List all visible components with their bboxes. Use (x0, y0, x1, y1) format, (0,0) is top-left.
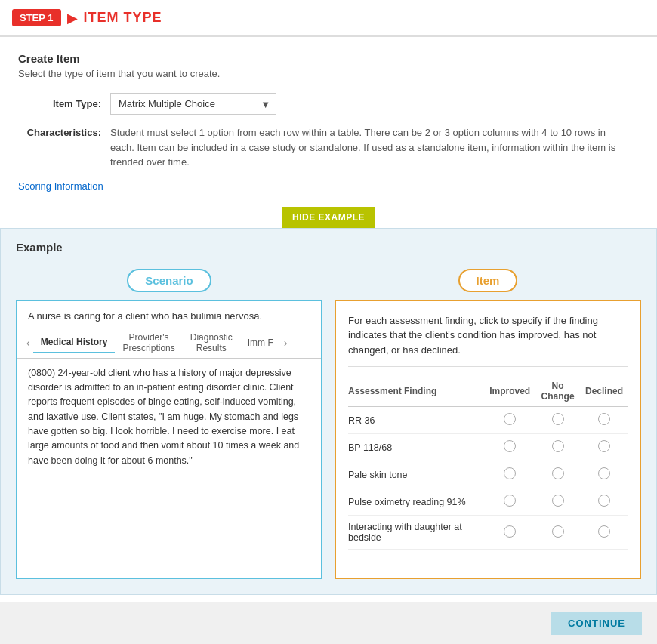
item-type-select-wrapper[interactable]: Matrix Multiple Choice ▼ (110, 93, 276, 115)
characteristics-label: Characteristics: (18, 125, 101, 170)
tab-providers-prescriptions[interactable]: Provider's Prescriptions (115, 328, 182, 358)
scenario-column: Scenario A nurse is caring for a client … (16, 269, 322, 579)
tab-immf-label: Imm F (248, 337, 273, 348)
tab-right-arrow-icon[interactable]: › (281, 332, 291, 353)
radio-improved-3[interactable] (489, 488, 535, 516)
col-header-finding: Assessment Finding (348, 376, 489, 407)
tab-diagnostic-label: Diagnostic (190, 332, 233, 343)
radio-declined-0[interactable] (585, 407, 628, 434)
table-row: Interacting with daughter at bedside (348, 516, 628, 550)
radio-improved-0[interactable] (489, 407, 535, 434)
tab-medical-history[interactable]: Medical History (33, 332, 116, 353)
radio-improved-4[interactable] (489, 516, 535, 550)
example-section: Example Scenario A nurse is caring for a… (0, 228, 657, 595)
item-type-select[interactable]: Matrix Multiple Choice (110, 93, 276, 115)
bottom-bar: CONTINUE (0, 602, 657, 644)
page-header: STEP 1 ▶ ITEM TYPE (0, 0, 657, 36)
radio-improved-2[interactable] (489, 461, 535, 488)
hide-example-button[interactable]: HIDE EXAMPLE (282, 207, 375, 228)
col-header-no-change: No Change (535, 376, 585, 407)
table-row: Pulse oximetry reading 91% (348, 488, 628, 516)
item-description: For each assessment finding, click to sp… (348, 313, 628, 368)
step-badge: STEP 1 (12, 9, 61, 26)
scenario-bubble-label: Scenario (16, 269, 322, 292)
assessment-finding-1: BP 118/68 (348, 434, 489, 461)
continue-button[interactable]: CONTINUE (551, 612, 642, 635)
item-type-row: Item Type: Matrix Multiple Choice ▼ (18, 93, 639, 115)
assessment-finding-2: Pale skin tone (348, 461, 489, 488)
scenario-tabs: ‹ Medical History Provider's Prescriptio… (17, 328, 321, 359)
step-arrow-icon: ▶ (67, 10, 78, 26)
radio-no-change-4[interactable] (535, 516, 585, 550)
tab-diagnostic-results[interactable]: Diagnostic Results (183, 328, 240, 358)
scoring-information-link[interactable]: Scoring Information (18, 180, 639, 192)
item-column: Item For each assessment finding, click … (335, 269, 641, 579)
radio-no-change-2[interactable] (535, 461, 585, 488)
item-type-label: Item Type: (18, 98, 101, 109)
tab-left-arrow-icon[interactable]: ‹ (23, 332, 33, 353)
table-row: BP 118/68 (348, 434, 628, 461)
hide-example-container: HIDE EXAMPLE (18, 201, 639, 228)
radio-no-change-1[interactable] (535, 434, 585, 461)
characteristics-text: Student must select 1 option from each r… (110, 125, 624, 170)
assessment-table: Assessment Finding Improved No Change De… (348, 376, 628, 550)
scenario-body: (0800) 24-year-old client who has a hist… (17, 359, 321, 479)
item-bubble: Item (458, 269, 518, 292)
radio-declined-1[interactable] (585, 434, 628, 461)
radio-improved-1[interactable] (489, 434, 535, 461)
radio-declined-4[interactable] (585, 516, 628, 550)
radio-declined-3[interactable] (585, 488, 628, 516)
item-box: For each assessment finding, click to sp… (335, 300, 641, 579)
radio-no-change-3[interactable] (535, 488, 585, 516)
table-row: Pale skin tone (348, 461, 628, 488)
scenario-bubble: Scenario (127, 269, 211, 292)
example-title: Example (16, 241, 641, 254)
tab-medical-history-label: Medical History (41, 337, 108, 347)
example-columns: Scenario A nurse is caring for a client … (16, 269, 641, 579)
radio-declined-2[interactable] (585, 461, 628, 488)
item-bubble-label: Item (335, 269, 641, 292)
tab-providers-label: Provider's (129, 332, 169, 343)
assessment-finding-4: Interacting with daughter at bedside (348, 516, 489, 550)
assessment-finding-3: Pulse oximetry reading 91% (348, 488, 489, 516)
create-item-title: Create Item (18, 52, 639, 65)
page-title: ITEM TYPE (84, 10, 162, 26)
characteristics-row: Characteristics: Student must select 1 o… (18, 125, 639, 170)
create-item-subtitle: Select the type of item that you want to… (18, 68, 639, 79)
scenario-box: A nurse is caring for a client who has b… (16, 300, 322, 579)
assessment-finding-0: RR 36 (348, 407, 489, 434)
col-header-improved: Improved (489, 376, 535, 407)
table-row: RR 36 (348, 407, 628, 434)
tab-imm-f[interactable]: Imm F (240, 333, 281, 353)
col-header-declined: Declined (585, 376, 628, 407)
radio-no-change-0[interactable] (535, 407, 585, 434)
main-content: Create Item Select the type of item that… (0, 37, 657, 228)
scenario-intro: A nurse is caring for a client who has b… (17, 301, 321, 328)
tab-diagnostic-label2: Results (190, 343, 233, 353)
tab-providers-label2: Prescriptions (122, 343, 174, 353)
